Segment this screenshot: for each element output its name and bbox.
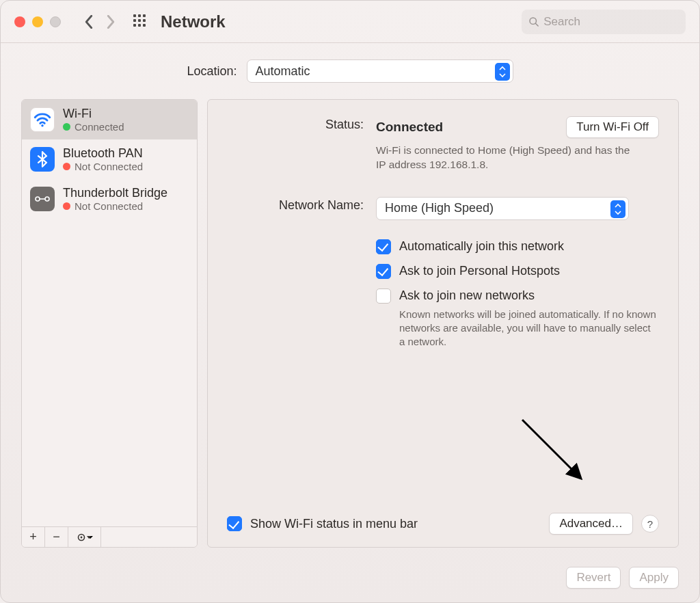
location-value: Automatic: [256, 64, 310, 79]
back-button[interactable]: [80, 13, 98, 31]
close-window-icon[interactable]: [14, 16, 25, 27]
ask-new-checkbox[interactable]: [376, 289, 391, 304]
ask-hotspot-label: Ask to join Personal Hotspots: [399, 264, 560, 278]
toolbar-filler: [101, 527, 197, 547]
show-menubar-label: Show Wi-Fi status in menu bar: [250, 517, 418, 531]
ask-hotspot-checkbox-row: Ask to join Personal Hotspots: [376, 264, 659, 279]
interface-status: Connected: [75, 121, 124, 133]
chevron-updown-icon: [495, 63, 510, 81]
add-interface-button[interactable]: +: [22, 527, 45, 547]
interface-name: Bluetooth PAN: [63, 146, 143, 161]
zoom-window-icon[interactable]: [50, 16, 61, 27]
status-description: Wi-Fi is connected to Home (High Speed) …: [376, 144, 636, 172]
interface-status: Not Connected: [75, 161, 143, 172]
svg-point-2: [41, 124, 43, 126]
sidebar-item-bluetooth-pan[interactable]: Bluetooth PAN Not Connected: [22, 139, 197, 179]
interface-name: Thunderbolt Bridge: [63, 186, 167, 200]
status-dot-icon: [63, 123, 70, 131]
status-dot-icon: [63, 163, 70, 170]
sidebar-item-thunderbolt-bridge[interactable]: Thunderbolt Bridge Not Connected: [22, 179, 197, 219]
ask-new-description: Known networks will be joined automatica…: [399, 308, 659, 349]
status-value: Connected: [376, 120, 443, 135]
interface-list: Wi-Fi Connected Bluetooth PAN Not Connec…: [22, 100, 197, 526]
ask-new-label: Ask to join new networks: [399, 289, 535, 303]
auto-join-label: Automatically join this network: [399, 239, 564, 254]
network-name-value: Home (High Speed): [385, 201, 494, 215]
network-name-label: Network Name:: [227, 197, 364, 220]
window-controls: [14, 16, 61, 27]
detail-bottom-row: Show Wi-Fi status in menu bar Advanced… …: [227, 505, 659, 535]
footer-buttons: Revert Apply: [1, 561, 699, 602]
svg-point-3: [36, 197, 40, 201]
location-label: Location:: [187, 64, 237, 79]
search-field[interactable]: [522, 10, 686, 34]
search-input[interactable]: [543, 15, 679, 29]
svg-point-7: [80, 536, 82, 538]
help-button[interactable]: ?: [641, 515, 659, 533]
minimize-window-icon[interactable]: [32, 16, 43, 27]
svg-line-8: [522, 420, 580, 477]
apply-button[interactable]: Apply: [629, 567, 679, 589]
show-menubar-checkbox[interactable]: [227, 516, 242, 531]
network-name-select[interactable]: Home (High Speed): [376, 197, 629, 220]
titlebar: Network: [1, 1, 699, 43]
show-all-icon[interactable]: [133, 14, 148, 29]
sidebar-toolbar: + −: [22, 526, 197, 547]
show-menubar-checkbox-row: Show Wi-Fi status in menu bar: [227, 516, 418, 531]
body: Wi-Fi Connected Bluetooth PAN Not Connec…: [1, 92, 699, 561]
location-select[interactable]: Automatic: [247, 59, 513, 83]
ask-hotspot-checkbox[interactable]: [376, 264, 391, 279]
svg-point-4: [45, 197, 49, 201]
wifi-icon: [30, 107, 55, 132]
advanced-button[interactable]: Advanced…: [549, 513, 633, 535]
interface-sidebar: Wi-Fi Connected Bluetooth PAN Not Connec…: [21, 99, 198, 548]
interface-name: Wi-Fi: [63, 107, 124, 121]
search-icon: [528, 16, 539, 28]
remove-interface-button[interactable]: −: [45, 527, 68, 547]
network-preferences-window: Network Location: Automatic: [0, 0, 700, 603]
auto-join-checkbox-row: Automatically join this network: [376, 239, 659, 254]
bluetooth-icon: [30, 147, 55, 172]
more-actions-button[interactable]: [68, 527, 101, 547]
ask-new-checkbox-row: Ask to join new networks: [376, 289, 659, 304]
svg-line-1: [535, 23, 538, 26]
page-title: Network: [161, 12, 226, 31]
revert-button[interactable]: Revert: [566, 567, 621, 589]
status-label: Status:: [227, 116, 364, 172]
auto-join-checkbox[interactable]: [376, 239, 391, 254]
forward-button[interactable]: [102, 13, 120, 31]
sidebar-item-wifi[interactable]: Wi-Fi Connected: [22, 100, 197, 139]
toggle-wifi-button[interactable]: Turn Wi-Fi Off: [566, 116, 659, 138]
thunderbolt-bridge-icon: [30, 187, 55, 211]
annotation-arrow-icon: [517, 414, 592, 490]
detail-panel: Status: Connected Turn Wi-Fi Off Wi-Fi i…: [207, 99, 679, 548]
location-row: Location: Automatic: [1, 43, 699, 92]
status-dot-icon: [63, 202, 70, 210]
chevron-updown-icon: [610, 200, 625, 218]
interface-status: Not Connected: [75, 200, 143, 212]
